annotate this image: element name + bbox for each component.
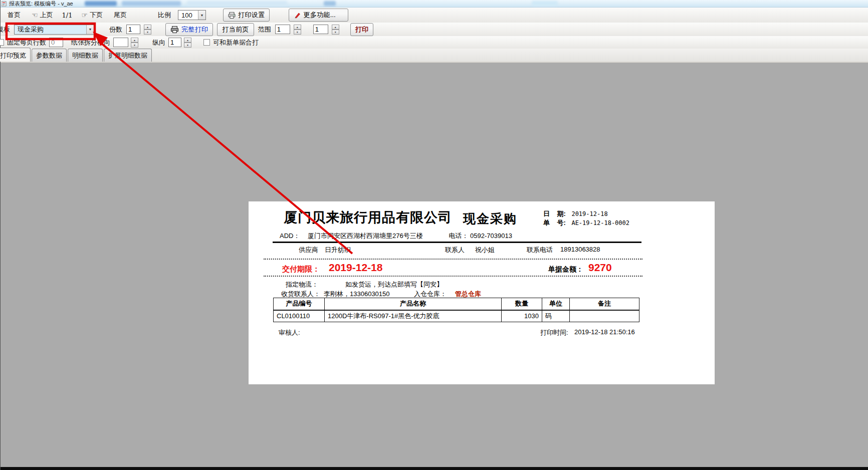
redacted-blur (85, 1, 117, 6)
contact-phone: 18913063828 (560, 246, 600, 253)
redacted-blur (532, 1, 558, 6)
col-remark: 备注 (570, 298, 639, 310)
receiver-row: 收货联系人： 李刚林，13306030150 入仓仓库： 管总仓库 (249, 290, 715, 298)
redacted-blur (122, 1, 181, 6)
page-indicator: 1/1 (62, 12, 73, 19)
portrait-input[interactable] (168, 38, 181, 47)
toolbar-print: 模板 现金采购 ▼ 份数 ▲▼ 完整打印 打当前页 范围 ▲▼ ▲▼ 打印 (1, 23, 868, 36)
fixed-rows-input[interactable] (49, 38, 63, 47)
copies-label: 份数 (109, 25, 122, 34)
scale-label: 比例 (158, 11, 171, 20)
deadline-row: 交付期限： 2019-12-18 单据金额： 9270 (249, 261, 715, 276)
toolbar-options: 固定每页行数 纸张拆分横向 ▲▼ 纵向 ▲▼ 可和新单据合打 (1, 36, 868, 49)
spin-down-icon[interactable]: ▼ (144, 30, 151, 35)
items-table: 产品编号 产品名称 数量 单位 备注 CL0100110 1200D牛津布-RS… (273, 298, 639, 322)
template-value: 现金采购 (15, 25, 86, 34)
scale-combobox[interactable]: 100 ▼ (178, 10, 206, 20)
header-divider (273, 242, 641, 243)
toolbar-navigation: 首页 ☜ 上页 1/1 ☞ 下页 尾页 比例 100 ▼ 打印设置 (1, 8, 868, 23)
redacted-blur (324, 1, 336, 6)
auditor-label: 审核人: (279, 328, 300, 337)
tab-extended-detail-data[interactable]: 扩展明细数据 (104, 49, 152, 62)
printer-icon (228, 12, 236, 19)
company-address: 厦门市同安区西湖村西湖塘里276号三楼 (308, 232, 423, 240)
logistics-row: 指定物流： 如发货运，到达点部填写【同安】 (249, 280, 715, 288)
doc-no-row: 单 号: AE-19-12-18-0002 (543, 218, 629, 227)
more-functions-button[interactable]: 更多功能... (289, 9, 348, 22)
deadline-date: 2019-12-18 (329, 262, 382, 274)
copies-input[interactable] (126, 25, 140, 34)
doc-type-title: 现金采购 (463, 210, 517, 227)
range-to-stepper[interactable]: ▲▼ (332, 25, 339, 35)
contact-name: 祝小姐 (475, 246, 495, 255)
spin-down-icon[interactable]: ▼ (131, 43, 138, 48)
cell-unit: 码 (542, 310, 570, 322)
spin-down-icon[interactable]: ▼ (294, 30, 301, 35)
cell-quantity: 1030 (502, 310, 542, 322)
tab-bar: 打印预览 参数数据 明细数据 扩展明细数据 (1, 49, 868, 62)
portrait-stepper[interactable]: ▲▼ (184, 38, 191, 48)
cell-remark (570, 310, 639, 322)
full-print-button[interactable]: 完整打印 (165, 23, 213, 36)
pen-icon (294, 12, 301, 19)
next-page-button[interactable]: ☞ 下页 (79, 10, 105, 21)
tab-parameter-data[interactable]: 参数数据 (32, 49, 67, 62)
scale-value: 100 (178, 12, 198, 19)
address-row: ADD： 厦门市同安区西湖村西湖塘里276号三楼 电话： 0592-703901… (280, 231, 512, 241)
dotted-divider (264, 259, 642, 260)
spin-up-icon[interactable]: ▲ (184, 38, 191, 43)
print-settings-button[interactable]: 打印设置 (223, 9, 270, 22)
last-page-button[interactable]: 尾页 (112, 10, 129, 21)
title-bar: 报表预览: 模板编号 - v_ae (1, 0, 868, 8)
company-phone: 0592-7039013 (470, 232, 512, 240)
fixed-rows-label: 固定每页行数 (7, 38, 46, 47)
col-quantity: 数量 (502, 298, 542, 310)
col-product-name: 产品名称 (325, 298, 502, 310)
table-header-row: 产品编号 产品名称 数量 单位 备注 (274, 298, 639, 310)
company-name: 厦门贝来旅行用品有限公司 (284, 208, 452, 226)
range-from-stepper[interactable]: ▲▼ (294, 25, 301, 35)
spin-up-icon[interactable]: ▲ (332, 25, 339, 30)
range-from-input[interactable] (275, 25, 290, 34)
range-to-input[interactable] (313, 25, 328, 34)
paper-split-label: 纸张拆分横向 (71, 38, 110, 47)
spin-down-icon[interactable]: ▼ (184, 43, 191, 48)
tab-detail-data[interactable]: 明细数据 (68, 49, 103, 62)
bottom-edge (1, 467, 868, 470)
printer-icon (170, 26, 179, 33)
doc-date: 2019-12-18 (571, 210, 607, 217)
first-page-button[interactable]: 首页 (6, 10, 23, 21)
amount-value: 9270 (588, 262, 612, 274)
preview-area: 默认打印模板要发给供应商和仓库 厦门贝来旅行用品有限公司 现金采购 日 期: 2… (1, 62, 868, 467)
cell-product-name: 1200D牛津布-RS097-1#黑色-优力胶底 (325, 310, 502, 322)
spin-up-icon[interactable]: ▲ (144, 25, 151, 30)
copies-stepper[interactable]: ▲▼ (144, 25, 151, 35)
merge-print-label: 可和新单据合打 (213, 38, 259, 47)
spin-down-icon[interactable]: ▼ (332, 30, 339, 35)
document-page: 厦门贝来旅行用品有限公司 现金采购 日 期: 2019-12-18 单 号: A… (249, 201, 715, 384)
footer-row: 审核人: 打印时间: 2019-12-18 21:50:16 (249, 328, 715, 336)
spin-up-icon[interactable]: ▲ (294, 25, 301, 30)
app-icon (2, 1, 7, 7)
tab-print-preview[interactable]: 打印预览 (0, 48, 31, 62)
col-product-code: 产品编号 (274, 298, 325, 310)
chevron-down-icon[interactable]: ▼ (86, 25, 94, 34)
merge-print-checkbox[interactable] (203, 39, 210, 46)
range-label: 范围 (258, 25, 271, 34)
supplier-name: 日升纺织 (325, 246, 351, 255)
fixed-rows-checkbox[interactable] (0, 39, 4, 46)
print-current-page-button[interactable]: 打当前页 (217, 23, 254, 36)
paper-split-stepper[interactable]: ▲▼ (131, 38, 138, 48)
chevron-down-icon[interactable]: ▼ (198, 11, 205, 20)
redacted-blur (187, 1, 287, 6)
print-button[interactable]: 打印 (350, 23, 374, 36)
print-time: 2019-12-18 21:50:16 (574, 328, 635, 336)
template-combobox[interactable]: 现金采购 ▼ (14, 25, 94, 35)
prev-page-button[interactable]: ☜ 上页 (30, 10, 55, 21)
report-preview-window: 报表预览: 模板编号 - v_ae 首页 ☜ 上页 1/1 ☞ 下页 尾页 比例… (0, 0, 868, 470)
spin-up-icon[interactable]: ▲ (131, 38, 138, 43)
table-row: CL0100110 1200D牛津布-RS097-1#黑色-优力胶底 1030 … (274, 310, 639, 322)
cell-product-code: CL0100110 (274, 310, 325, 322)
template-label: 模板 (0, 25, 10, 34)
paper-split-input[interactable] (113, 38, 128, 47)
